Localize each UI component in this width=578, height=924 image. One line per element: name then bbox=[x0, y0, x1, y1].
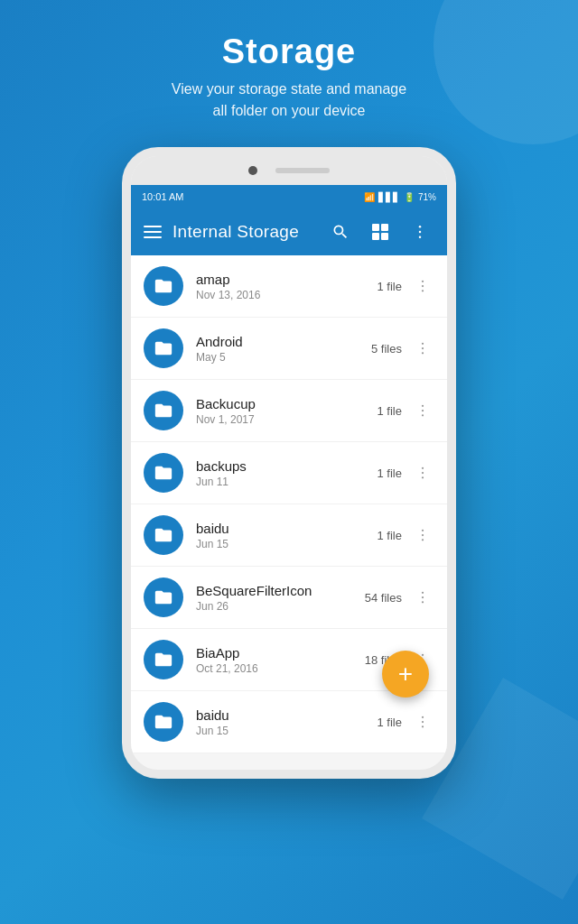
wifi-icon: 📶 bbox=[364, 192, 375, 202]
battery-icon: 🔋 bbox=[404, 192, 415, 202]
file-count: 1 file bbox=[378, 529, 402, 542]
file-info: baidu Jun 15 bbox=[196, 707, 378, 737]
svg-point-12 bbox=[422, 467, 424, 469]
file-date: Jun 26 bbox=[196, 600, 365, 613]
file-count: 5 files bbox=[371, 342, 402, 356]
page-header: Storage View your storage state and mana… bbox=[172, 0, 406, 122]
file-date: Oct 21, 2016 bbox=[196, 662, 365, 675]
search-button[interactable] bbox=[326, 217, 355, 246]
svg-point-9 bbox=[422, 405, 424, 407]
menu-button[interactable] bbox=[144, 226, 162, 238]
file-date: Nov 13, 2016 bbox=[196, 289, 378, 301]
file-item[interactable]: amap Nov 13, 2016 1 file bbox=[131, 255, 447, 318]
svg-point-13 bbox=[422, 472, 424, 474]
file-name: baidu bbox=[196, 521, 378, 536]
file-item[interactable]: BeSquareFilterIcon Jun 26 54 files bbox=[131, 567, 447, 629]
svg-point-1 bbox=[419, 231, 422, 234]
svg-point-21 bbox=[422, 654, 424, 656]
grid-view-button[interactable] bbox=[366, 217, 395, 246]
app-bar: Internal Storage bbox=[131, 208, 447, 255]
svg-point-18 bbox=[422, 592, 424, 594]
file-info: Android May 5 bbox=[196, 334, 371, 364]
folder-icon bbox=[144, 578, 183, 617]
file-item[interactable]: backups Jun 11 1 file bbox=[131, 442, 447, 504]
file-item[interactable]: baidu Jun 15 1 file bbox=[131, 691, 447, 753]
file-info: amap Nov 13, 2016 bbox=[196, 272, 378, 301]
file-info: BiaApp Oct 21, 2016 bbox=[196, 645, 365, 675]
file-count: 1 file bbox=[378, 404, 402, 418]
file-name: baidu bbox=[196, 707, 378, 723]
folder-icon bbox=[144, 328, 183, 368]
app-bar-title: Internal Storage bbox=[172, 222, 315, 242]
svg-point-10 bbox=[422, 410, 424, 411]
file-date: Jun 15 bbox=[196, 725, 378, 737]
file-date: May 5 bbox=[196, 351, 371, 364]
page-subtitle: View your storage state and manage all f… bbox=[172, 79, 406, 122]
folder-icon bbox=[144, 453, 183, 493]
file-info: baidu Jun 15 bbox=[196, 521, 378, 550]
phone-frame: 10:01 AM 📶 ▋▋▋ 🔋 71% Internal Storage bbox=[122, 147, 456, 779]
file-more-button[interactable] bbox=[411, 710, 434, 734]
svg-point-0 bbox=[419, 226, 422, 228]
status-icons: 📶 ▋▋▋ 🔋 71% bbox=[364, 192, 436, 202]
file-name: BeSquareFilterIcon bbox=[196, 583, 365, 598]
svg-point-6 bbox=[422, 343, 424, 345]
svg-point-16 bbox=[422, 534, 424, 536]
battery-percent: 71% bbox=[418, 192, 436, 202]
file-count: 54 files bbox=[365, 591, 402, 605]
page-title: Storage bbox=[172, 32, 406, 71]
file-name: backups bbox=[196, 458, 378, 474]
svg-point-26 bbox=[422, 725, 424, 727]
file-name: amap bbox=[196, 272, 378, 287]
svg-point-5 bbox=[422, 290, 424, 291]
status-time: 10:01 AM bbox=[142, 191, 183, 202]
file-info: BeSquareFilterIcon Jun 26 bbox=[196, 583, 365, 613]
file-count: 1 file bbox=[378, 280, 402, 293]
file-name: Android bbox=[196, 334, 371, 349]
file-more-button[interactable] bbox=[411, 586, 434, 609]
folder-icon bbox=[144, 266, 183, 306]
folder-icon bbox=[144, 391, 183, 430]
file-name: Backucup bbox=[196, 396, 378, 411]
file-info: backups Jun 11 bbox=[196, 458, 378, 488]
svg-point-4 bbox=[422, 285, 424, 287]
phone-speaker bbox=[275, 168, 330, 173]
svg-point-20 bbox=[422, 601, 424, 603]
folder-icon bbox=[144, 515, 183, 555]
file-date: Nov 1, 2017 bbox=[196, 413, 378, 426]
svg-point-3 bbox=[422, 281, 424, 282]
svg-point-24 bbox=[422, 716, 424, 718]
status-bar: 10:01 AM 📶 ▋▋▋ 🔋 71% bbox=[131, 185, 447, 208]
overflow-menu-button[interactable] bbox=[406, 217, 434, 246]
svg-point-17 bbox=[422, 539, 424, 541]
file-item[interactable]: Backucup Nov 1, 2017 1 file bbox=[131, 380, 447, 442]
file-count: 1 file bbox=[378, 716, 402, 729]
folder-icon bbox=[144, 702, 183, 742]
file-more-button[interactable] bbox=[411, 461, 434, 485]
file-more-button[interactable] bbox=[411, 399, 434, 422]
file-date: Jun 15 bbox=[196, 538, 378, 550]
svg-point-14 bbox=[422, 476, 424, 478]
file-more-button[interactable] bbox=[411, 337, 434, 360]
file-info: Backucup Nov 1, 2017 bbox=[196, 396, 378, 426]
phone-camera bbox=[248, 166, 257, 175]
signal-icon: ▋▋▋ bbox=[378, 192, 400, 202]
svg-point-8 bbox=[422, 352, 424, 354]
file-item[interactable]: Android May 5 5 files bbox=[131, 318, 447, 380]
file-count: 1 file bbox=[378, 467, 402, 480]
fab-button[interactable]: + bbox=[382, 651, 429, 698]
file-date: Jun 11 bbox=[196, 476, 378, 488]
file-item[interactable]: baidu Jun 15 1 file bbox=[131, 504, 447, 567]
file-name: BiaApp bbox=[196, 645, 365, 661]
svg-point-7 bbox=[422, 347, 424, 349]
phone-top bbox=[131, 156, 447, 185]
svg-point-15 bbox=[422, 530, 424, 531]
svg-point-2 bbox=[419, 236, 422, 239]
file-more-button[interactable] bbox=[411, 523, 434, 547]
folder-icon bbox=[144, 640, 183, 679]
svg-point-19 bbox=[422, 596, 424, 598]
svg-point-25 bbox=[422, 721, 424, 723]
svg-point-11 bbox=[422, 414, 424, 416]
file-more-button[interactable] bbox=[411, 274, 434, 298]
